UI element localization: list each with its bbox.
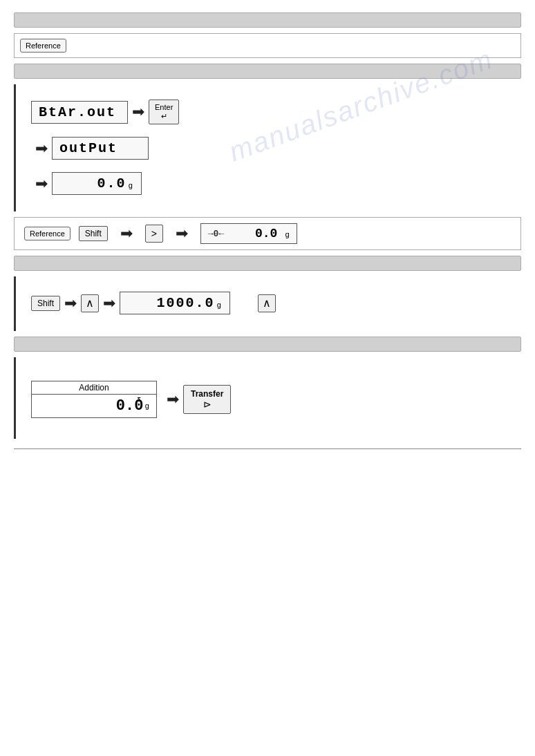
reference-button-1[interactable]: Reference [20,39,66,53]
up-arrow-button-1[interactable]: ∧ [81,294,99,312]
section-2-block: Shift ➡ ∧ ➡ 1000.0 g ∧ [14,276,521,331]
shift-button-1[interactable]: Shift [79,226,108,241]
btarout-row: BtAr.out ➡ Enter ↵ [31,100,509,124]
ref-value-text: 0.0 [255,227,277,240]
reference-row-2: Reference Shift ➡ > ➡ →0← 0.0 g [14,217,521,250]
section-2-row: Shift ➡ ∧ ➡ 1000.0 g ∧ [31,292,509,314]
value-text-1: 0.0 [97,176,126,191]
addition-unit: g [144,402,149,410]
value-text-2: 1000.0 [156,295,214,311]
arrow-icon-2: ➡ [35,140,48,158]
addition-value-display: Σ 0.0 g [32,395,156,417]
addition-label: Addition [32,381,156,395]
output-display: outPut [52,137,149,160]
addition-row: Addition Σ 0.0 g ➡ Transfer ⊳ [31,381,509,418]
value-display-1: 0.0 g [52,172,142,195]
transfer-icon: ⊳ [191,399,223,410]
bar-4 [14,337,521,352]
section-3-inner: Addition Σ 0.0 g ➡ Transfer ⊳ [31,381,509,418]
chevron-right-button[interactable]: > [145,225,163,243]
addition-box: Addition Σ 0.0 g [31,381,157,418]
enter-label: Enter [155,103,173,112]
arrow-icon-8: ➡ [167,390,179,408]
ref-arrow-label: →0← [208,229,224,239]
output-row: ➡ outPut [31,137,509,160]
enter-button[interactable]: Enter ↵ [149,100,179,124]
bar-3 [14,256,521,271]
btarout-display: BtAr.out [31,101,128,124]
shift-button-2[interactable]: Shift [31,296,60,311]
reference-row-1: Reference [14,33,521,58]
ref-unit: g [285,231,290,239]
enter-sub-icon: ↵ [155,112,173,121]
section-1-block: BtAr.out ➡ Enter ↵ ➡ outPut ➡ 0.0 g [14,84,521,211]
transfer-label: Transfer [191,389,223,399]
arrow-icon-3: ➡ [35,175,48,193]
ref-arrow-display: →0← 0.0 g [200,223,297,244]
top-bar [14,12,521,28]
sigma-icon: Σ [138,397,141,404]
transfer-button[interactable]: Transfer ⊳ [183,385,231,414]
unit-2: g [216,301,223,310]
arrow-icon-4: ➡ [120,225,133,243]
arrow-icon-5: ➡ [176,225,188,243]
value-row-1: ➡ 0.0 g [31,172,509,195]
reference-button-2[interactable]: Reference [24,227,71,240]
arrow-icon-1: ➡ [132,103,144,121]
up-arrow-button-2[interactable]: ∧ [258,294,276,312]
unit-1: g [128,182,134,190]
ref-value-display: 0.0 g [227,227,290,240]
arrow-icon-7: ➡ [103,294,115,312]
section-3-block: Addition Σ 0.0 g ➡ Transfer ⊳ [14,357,521,439]
bottom-rule [14,448,521,449]
bar-2 [14,64,521,79]
value-display-2: 1000.0 g [120,292,230,314]
arrow-icon-6: ➡ [64,294,77,312]
